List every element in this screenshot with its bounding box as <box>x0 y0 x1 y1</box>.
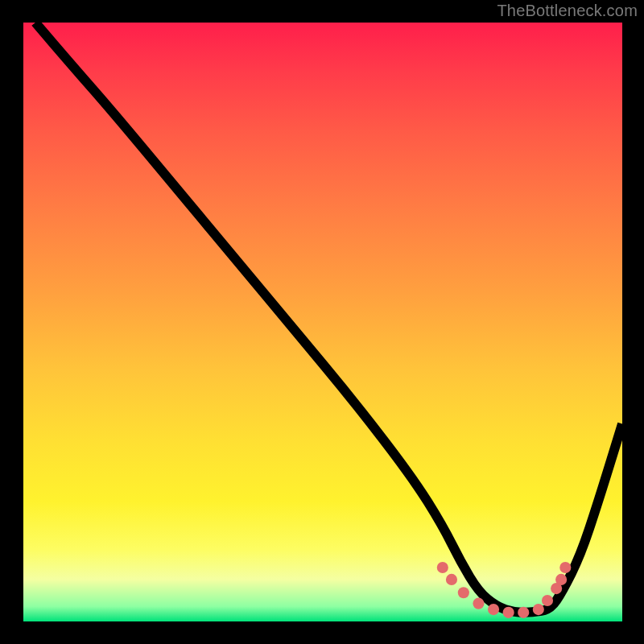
highlight-dot <box>446 574 457 585</box>
highlight-dot <box>542 595 553 606</box>
highlight-dot <box>458 587 469 598</box>
chart-frame: TheBottleneck.com <box>0 0 644 644</box>
chart-svg-overlay <box>23 23 622 621</box>
watermark-text: TheBottleneck.com <box>497 2 638 20</box>
highlight-dot <box>518 607 529 618</box>
highlight-dot <box>555 574 567 585</box>
bottleneck-curve <box>35 23 622 613</box>
highlight-dot <box>437 562 448 573</box>
highlight-dot <box>559 562 571 573</box>
highlight-dot <box>473 598 484 609</box>
highlight-dot <box>503 607 514 618</box>
highlight-dot <box>488 604 499 615</box>
highlight-dot <box>533 604 544 615</box>
